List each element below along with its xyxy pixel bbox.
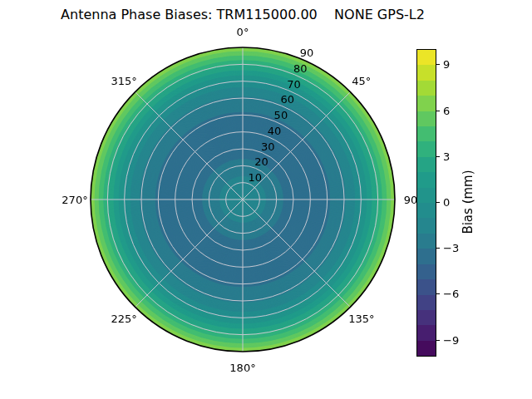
colorbar-band bbox=[417, 111, 436, 126]
colorbar-band bbox=[417, 96, 436, 111]
theta-tick-label: 90 bbox=[404, 194, 418, 206]
colorbar-label: Bias (mm) bbox=[461, 170, 475, 234]
colorbar-gradient bbox=[416, 49, 436, 357]
r-tick-label: 10 bbox=[248, 171, 262, 184]
r-tick-label: 70 bbox=[287, 77, 301, 90]
theta-tick-label: 225° bbox=[111, 312, 136, 324]
colorbar-band bbox=[417, 264, 436, 279]
r-tick-label: 30 bbox=[261, 140, 275, 152]
theta-tick-label: 45° bbox=[352, 75, 371, 87]
colorbar-band bbox=[417, 50, 436, 65]
r-tick-label: 80 bbox=[293, 62, 308, 74]
colorbar-tick-label: 6 bbox=[443, 104, 450, 116]
theta-tick-label: 0° bbox=[237, 26, 249, 38]
colorbar-band bbox=[417, 295, 436, 310]
colorbar-tickmark bbox=[436, 64, 440, 65]
colorbar-band bbox=[417, 218, 436, 233]
colorbar-band bbox=[417, 234, 436, 249]
colorbar-band bbox=[417, 126, 436, 141]
theta-tick-label: 135° bbox=[348, 312, 374, 324]
colorbar-band bbox=[417, 249, 436, 264]
colorbar-tickmark bbox=[436, 111, 440, 111]
colorbar-band bbox=[417, 279, 436, 294]
colorbar-tickmark bbox=[436, 340, 440, 341]
colorbar-tickmark bbox=[436, 202, 440, 203]
colorbar-tick-label: −9 bbox=[443, 333, 459, 346]
colorbar-tick-label: −3 bbox=[443, 242, 459, 254]
theta-tick-label: 315° bbox=[111, 75, 136, 87]
theta-tick-label: 270° bbox=[62, 194, 87, 206]
colorbar-band bbox=[417, 81, 436, 96]
figure: Antenna Phase Biases: TRM115000.00 NONE … bbox=[0, 0, 532, 399]
colorbar-band bbox=[417, 188, 436, 203]
colorbar-band bbox=[417, 141, 436, 156]
colorbar-band bbox=[417, 172, 436, 187]
colorbar-tick-label: 3 bbox=[443, 150, 450, 162]
colorbar-tick-label: 9 bbox=[443, 58, 450, 71]
colorbar-band bbox=[417, 65, 436, 80]
colorbar-tickmark bbox=[436, 293, 440, 294]
colorbar-tick-label: −6 bbox=[443, 288, 459, 300]
colorbar-band bbox=[417, 157, 436, 172]
colorbar-tickmark bbox=[436, 156, 440, 157]
colorbar-band bbox=[417, 310, 436, 325]
r-tick-label: 40 bbox=[268, 124, 282, 136]
colorbar-tick-label: 0 bbox=[443, 196, 450, 209]
colorbar-tickmark bbox=[436, 248, 440, 249]
colorbar-band bbox=[417, 203, 436, 218]
r-tick-label: 50 bbox=[274, 109, 288, 121]
colorbar-band bbox=[417, 341, 436, 356]
r-tick-label: 60 bbox=[280, 93, 294, 106]
theta-tick-label: 180° bbox=[229, 362, 255, 374]
colorbar-band bbox=[417, 325, 436, 340]
r-tick-label: 20 bbox=[254, 155, 268, 168]
r-tick-label: 90 bbox=[300, 46, 314, 58]
